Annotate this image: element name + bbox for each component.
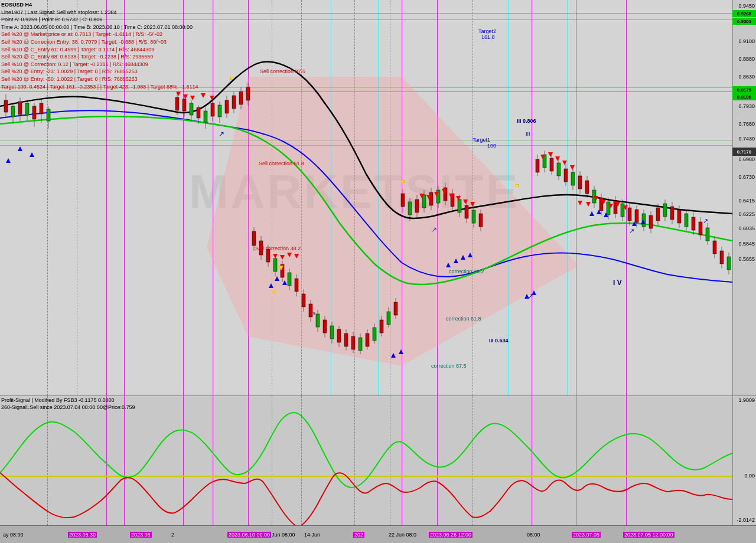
arrow-down-4 [201, 93, 206, 98]
target2-value: 161.8 [481, 34, 495, 40]
arrow-up-7 [391, 353, 396, 358]
svg-rect-154 [713, 241, 716, 254]
svg-rect-156 [720, 251, 724, 264]
svg-rect-144 [677, 210, 681, 223]
open-arrow-2: ↘ [310, 308, 316, 316]
arrow-up-yellow-1 [272, 289, 276, 294]
svg-rect-158 [727, 257, 731, 270]
info-target: Target 100: 0.4524 | Target 161: -0.2353… [1, 83, 198, 91]
arrow-down-5 [210, 96, 214, 100]
info-sell5: Sell %10 @ Correction: 0.12 | Target: -0… [1, 61, 198, 68]
arrow-up-19 [641, 220, 646, 224]
svg-rect-130 [628, 208, 631, 221]
ind-zero-level: 0.00 [744, 473, 755, 479]
svg-rect-74 [380, 320, 383, 333]
info-sell6: Sell %20 @ Entry: -23: 1.0029 | Target: … [1, 68, 198, 76]
svg-rect-146 [685, 214, 688, 227]
arrow-up-16 [597, 210, 601, 214]
time-label-7: 14 Jun [304, 532, 320, 538]
svg-rect-142 [670, 207, 674, 220]
info-time: Time A: 2023.06.05 00:00:00 | Time B: 20… [1, 24, 198, 31]
sell-corr-618-label: Sell correction 61.8 [259, 161, 304, 166]
arrow-up-10 [454, 259, 458, 263]
arrow-down-1 [176, 91, 181, 96]
svg-rect-52 [302, 294, 305, 307]
arrow-up-11 [461, 255, 465, 260]
arrow-down-2 [183, 94, 188, 99]
arrow-down-22 [570, 165, 575, 170]
info-signal: Line1907 | Last Signal: Sell with stoplo… [1, 9, 198, 17]
svg-rect-140 [663, 204, 667, 217]
ind-v-dash-3 [301, 396, 302, 525]
time-label-6: Jun 08:00 [272, 532, 295, 538]
arrow-down-29 [623, 205, 628, 210]
arrow-up-17 [604, 212, 608, 217]
arrow-down-8 [287, 253, 292, 257]
time-label-12: 2023.07.05 [572, 532, 601, 538]
arrow-down-17 [470, 202, 475, 207]
corr-38-label: correction 38.2 [449, 269, 484, 274]
arrow-down-18 [540, 155, 545, 159]
info-points: Point A: 0.9259 | Point B: 0.5732 | C: 0… [1, 16, 198, 24]
arrow-up-3 [18, 146, 22, 151]
arrow-down-14 [449, 194, 454, 198]
time-label-10: 2023.06.26 12:00 [429, 532, 472, 538]
open-arrow-6: ↗ [703, 217, 708, 225]
ind-v-dash-4 [354, 396, 355, 525]
arrow-up-15 [589, 211, 594, 216]
arrow-down-19 [548, 152, 553, 157]
time-label-2: 2023.05.30 [68, 532, 97, 538]
arrow-down-yellow-1 [279, 266, 284, 270]
svg-rect-6 [18, 102, 22, 115]
arrow-down-12 [434, 192, 439, 197]
ind-v-dash-1 [47, 396, 48, 525]
svg-rect-62 [337, 329, 341, 342]
arrow-up-4 [275, 276, 279, 281]
iii-806-label: III 0.806 [517, 118, 536, 124]
time-label-3: 2023.06 [130, 532, 152, 538]
svg-rect-148 [692, 217, 695, 230]
indicator-subtitle: 260-Signal=Sell since 2023.07.04 08:00:0… [1, 404, 135, 410]
price-8880: 0.8880 [738, 56, 755, 62]
open-arrow-5: ↗ [629, 227, 634, 235]
chart-container: MARKETSITE [0, 0, 756, 543]
info-sell4: Sell %20 @ C_Entry 68: 0.6138 | Target: … [1, 53, 198, 61]
svg-rect-138 [656, 208, 660, 221]
arrow-down-26 [601, 199, 606, 204]
arrow-down-28 [615, 202, 620, 207]
price-highlight-4: 0.8108 [732, 93, 756, 100]
info-sell1: Sell %20 @ Market price or at: 0.7813 | … [1, 31, 198, 38]
corr-61-label: correction 61.8 [446, 316, 481, 322]
arrow-up-5 [282, 280, 287, 285]
arrow-down-10 [419, 194, 424, 198]
price-6225: 0.6225 [738, 211, 755, 217]
price-7430: 0.7430 [738, 136, 755, 142]
info-sell3: Sell %10 @ C_Entry 61: 0.4599 | Target: … [1, 46, 198, 54]
target1-value: 100 [487, 143, 496, 149]
arrow-down-11 [426, 195, 431, 199]
svg-rect-132 [635, 210, 638, 223]
price-axis: 0.9268 0.9201 0.8175 0.8108 0.7170 0.945… [732, 0, 756, 395]
svg-rect-8 [25, 103, 29, 115]
svg-rect-10 [32, 106, 36, 119]
price-highlight-1: 0.9268 [732, 10, 756, 17]
ind-v-line-4 [213, 396, 213, 525]
arrow-down-9 [294, 254, 299, 259]
main-chart: MARKETSITE [0, 0, 732, 395]
ind-v-line-5 [248, 396, 249, 525]
iv-label: I V [613, 279, 622, 287]
iii-634-label: III 0.634 [489, 338, 509, 344]
arrow-down-7 [280, 255, 285, 260]
ind-v-dash-5 [390, 396, 390, 525]
price-highlight-2: 0.9201 [732, 18, 756, 25]
info-sell7: Sell %20 @ Entry: -50: 1.0022 | Target: … [1, 76, 198, 83]
arrow-down-21 [562, 161, 567, 165]
time-label-11: 08:00 [527, 532, 540, 538]
arrow-down-20 [555, 156, 560, 161]
price-6730: 0.6730 [738, 174, 755, 180]
arrow-down-6 [273, 254, 278, 259]
v-line-10 [626, 0, 627, 395]
indicator-axis: 1.9009 0.00 -2.0142 [732, 395, 756, 525]
price-5845: 0.5845 [738, 241, 755, 247]
current-price-box: 0.7170 [732, 148, 756, 156]
